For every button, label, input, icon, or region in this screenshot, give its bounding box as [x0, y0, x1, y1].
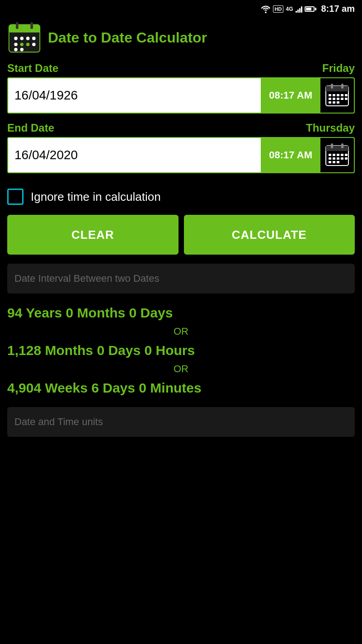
- svg-point-14: [14, 48, 18, 52]
- status-bar: HD 4G 8:17 am: [0, 0, 362, 16]
- end-date-label-row: End Date Thursday: [7, 122, 355, 134]
- svg-point-0: [265, 11, 267, 13]
- svg-rect-26: [329, 98, 331, 100]
- 4g-badge: 4G: [286, 6, 293, 12]
- result-or-1: OR: [7, 326, 355, 337]
- action-buttons: CLEAR CALCULATE: [7, 215, 355, 255]
- svg-rect-24: [341, 94, 343, 96]
- svg-rect-49: [329, 161, 331, 163]
- svg-point-12: [26, 43, 30, 46]
- svg-point-11: [20, 43, 24, 46]
- svg-point-6: [14, 37, 18, 40]
- svg-point-7: [20, 37, 24, 40]
- svg-rect-36: [326, 148, 348, 151]
- svg-rect-30: [345, 98, 348, 100]
- svg-rect-3: [9, 30, 40, 33]
- svg-rect-46: [337, 157, 339, 160]
- end-date-input-row: 08:17 AM: [7, 137, 355, 173]
- start-date-label: Start Date: [7, 62, 58, 75]
- results-placeholder: Date Interval Between two Dates: [14, 273, 348, 284]
- svg-rect-28: [337, 98, 339, 100]
- svg-rect-40: [333, 154, 335, 156]
- svg-rect-32: [333, 101, 335, 104]
- clear-button[interactable]: CLEAR: [7, 215, 179, 255]
- svg-point-9: [32, 37, 36, 40]
- svg-rect-23: [337, 94, 339, 96]
- end-date-label: End Date: [7, 122, 54, 134]
- bottom-placeholder: Date and Time units: [14, 416, 348, 428]
- svg-rect-51: [337, 161, 339, 163]
- calendar-app-icon: [7, 20, 42, 55]
- svg-rect-47: [341, 157, 343, 160]
- ignore-time-row: Ignore time in calculation: [7, 181, 355, 215]
- svg-rect-44: [329, 157, 331, 160]
- svg-rect-38: [341, 143, 343, 148]
- calendar-icon: [325, 83, 349, 108]
- svg-rect-5: [30, 22, 33, 29]
- app-header: Date to Date Calculator: [0, 16, 362, 62]
- start-day-label: Friday: [322, 62, 355, 75]
- start-date-input-row: 08:17 AM: [7, 77, 355, 114]
- end-calendar-button[interactable]: [320, 138, 354, 172]
- svg-rect-50: [333, 161, 335, 163]
- signal-icon: [296, 5, 302, 13]
- app-icon: [7, 20, 42, 55]
- status-time: 8:17 am: [321, 4, 355, 14]
- calculate-button[interactable]: CALCULATE: [184, 215, 355, 255]
- start-date-section: Start Date Friday 08:17 AM: [7, 62, 355, 114]
- battery-icon: [305, 6, 316, 12]
- svg-rect-31: [329, 101, 331, 104]
- result-line-2: 1,128 Months 0 Days 0 Hours: [7, 340, 355, 360]
- end-date-section: End Date Thursday 08:17 AM: [7, 122, 355, 173]
- ignore-time-checkbox[interactable]: [7, 189, 24, 205]
- svg-rect-18: [326, 89, 348, 91]
- start-date-input[interactable]: [8, 78, 261, 113]
- svg-rect-37: [331, 143, 333, 148]
- svg-rect-27: [333, 98, 335, 100]
- result-line-1: 94 Years 0 Months 0 Days: [7, 303, 355, 323]
- result-line-3: 4,904 Weeks 6 Days 0 Minutes: [7, 378, 355, 398]
- svg-rect-33: [337, 101, 339, 104]
- hotspot-icon: [261, 4, 271, 14]
- svg-rect-25: [345, 94, 348, 96]
- result-values: 94 Years 0 Months 0 Days OR 1,128 Months…: [7, 298, 355, 402]
- svg-rect-45: [333, 157, 335, 160]
- start-date-label-row: Start Date Friday: [7, 62, 355, 75]
- svg-point-15: [20, 48, 24, 52]
- svg-rect-42: [341, 154, 343, 156]
- svg-rect-21: [329, 94, 331, 96]
- status-icons: HD 4G 8:17 am: [261, 4, 355, 14]
- svg-rect-19: [331, 84, 333, 89]
- main-content: Start Date Friday 08:17 AM: [0, 62, 362, 437]
- ignore-time-label: Ignore time in calculation: [31, 190, 161, 204]
- end-day-label: Thursday: [306, 122, 355, 134]
- svg-rect-20: [341, 84, 343, 89]
- svg-rect-43: [345, 154, 348, 156]
- calendar-icon-2: [325, 143, 349, 167]
- app-title: Date to Date Calculator: [48, 29, 207, 46]
- svg-point-10: [14, 43, 18, 46]
- start-calendar-button[interactable]: [320, 78, 354, 113]
- hd-badge: HD: [273, 5, 284, 13]
- svg-rect-29: [341, 98, 343, 100]
- svg-point-13: [32, 43, 36, 46]
- svg-rect-22: [333, 94, 335, 96]
- svg-rect-41: [337, 154, 339, 156]
- svg-rect-39: [329, 154, 331, 156]
- end-time-button[interactable]: 08:17 AM: [261, 138, 320, 172]
- svg-point-8: [26, 37, 30, 40]
- svg-rect-4: [16, 22, 19, 29]
- bottom-section: Date and Time units: [7, 407, 355, 437]
- results-section: Date Interval Between two Dates: [7, 264, 355, 294]
- result-or-2: OR: [7, 363, 355, 375]
- svg-rect-48: [345, 157, 348, 160]
- start-time-button[interactable]: 08:17 AM: [261, 78, 320, 113]
- end-date-input[interactable]: [8, 138, 261, 172]
